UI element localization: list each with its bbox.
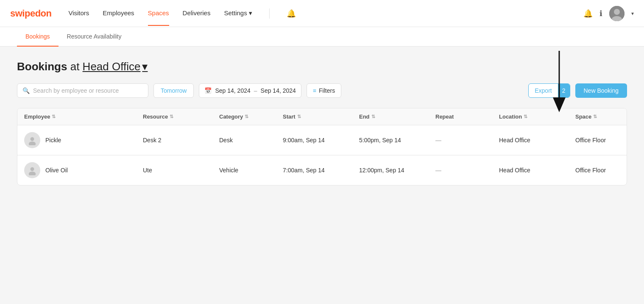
cell-end-2: 12:00pm, Sep 14 [352, 160, 429, 180]
cell-repeat-2: — [429, 160, 492, 180]
nav-link-visitors[interactable]: Visitors [68, 1, 89, 26]
search-icon: 🔍 [22, 87, 30, 94]
date-range-picker[interactable]: 📅 Sep 14, 2024 – Sep 14, 2024 [199, 83, 301, 98]
user-menu-chevron[interactable]: ▾ [631, 11, 634, 17]
cell-category-1: Desk [212, 130, 276, 150]
svg-point-9 [31, 167, 34, 171]
navbar: swipedon Visitors Employees Spaces Deliv… [0, 0, 644, 27]
filters-button[interactable]: ≡ Filters [307, 83, 341, 98]
table-row[interactable]: Pickle Desk 2 Desk 9:00am, Sep 14 5:00pm… [17, 125, 627, 155]
employee-cell: Pickle [24, 132, 129, 148]
arrow-annotation [534, 47, 568, 114]
avatar-image [609, 6, 624, 21]
cell-repeat-1: — [429, 130, 492, 150]
tomorrow-button[interactable]: Tomorrow [154, 84, 193, 97]
nav-links: Visitors Employees Spaces Deliveries Set… [68, 1, 583, 26]
col-header-employee[interactable]: Employee ⇅ [17, 108, 136, 125]
nav-link-settings[interactable]: Settings ▾ [224, 1, 252, 26]
cell-resource-2: Ute [136, 160, 212, 180]
col-header-repeat: Repeat [429, 108, 492, 125]
employee-cell: Olive Oil [24, 162, 129, 178]
table-row[interactable]: Olive Oil Ute Vehicle 7:00am, Sep 14 12:… [17, 155, 627, 185]
info-icon[interactable]: ℹ [599, 9, 602, 18]
tabs-bar: Bookings Resource Availability [0, 27, 644, 47]
nav-divider [269, 8, 270, 19]
sort-icon: ⇅ [524, 114, 527, 119]
col-header-resource[interactable]: Resource ⇅ [136, 108, 212, 125]
nav-right: 🔔 ℹ ▾ [583, 6, 634, 21]
avatar [24, 162, 40, 178]
bell-icon[interactable]: 🔔 [583, 9, 593, 18]
table-header: Employee ⇅ Resource ⇅ Category ⇅ Start ⇅… [17, 108, 627, 125]
bell-notification-icon[interactable]: 🔔 [287, 9, 296, 18]
cell-employee-1: Pickle [17, 125, 136, 155]
sort-icon: ⇅ [593, 114, 597, 119]
export-button[interactable]: Export 2 [528, 83, 570, 98]
cell-start-2: 7:00am, Sep 14 [276, 160, 352, 180]
date-shortcut-button[interactable]: Tomorrow [153, 83, 194, 98]
page-title: Bookings at Head Office ▾ [17, 60, 627, 73]
location-selector[interactable]: Head Office ▾ [83, 60, 148, 73]
search-input[interactable] [33, 87, 143, 94]
col-header-start[interactable]: Start ⇅ [276, 108, 352, 125]
export-count-badge: 2 [558, 84, 570, 97]
col-header-end[interactable]: End ⇅ [352, 108, 429, 125]
avatar [24, 132, 40, 148]
cell-category-2: Vehicle [212, 160, 276, 180]
cell-end-1: 5:00pm, Sep 14 [352, 130, 429, 150]
tab-bookings[interactable]: Bookings [17, 27, 59, 47]
nav-link-deliveries[interactable]: Deliveries [183, 1, 211, 26]
cell-location-2: Head Office [492, 160, 569, 180]
sort-icon: ⇅ [52, 114, 56, 119]
search-box: 🔍 [17, 83, 148, 98]
date-from: Sep 14, 2024 [215, 87, 250, 94]
col-header-space[interactable]: Space ⇅ [569, 108, 627, 125]
brand-logo[interactable]: swipedon [10, 8, 51, 19]
date-to: Sep 14, 2024 [261, 87, 296, 94]
filters-row: 🔍 Tomorrow 📅 Sep 14, 2024 – Sep 14, 2024… [17, 83, 627, 98]
sort-icon: ⇅ [170, 114, 173, 119]
cell-location-1: Head Office [492, 130, 569, 150]
date-dash: – [254, 87, 257, 94]
cell-start-1: 9:00am, Sep 14 [276, 130, 352, 150]
sort-icon: ⇅ [245, 114, 248, 119]
sort-icon: ⇅ [297, 114, 301, 119]
svg-point-6 [31, 137, 34, 141]
cell-employee-2: Olive Oil [17, 155, 136, 185]
cell-space-1: Office Floor [569, 130, 627, 150]
export-label: Export [529, 84, 558, 97]
bookings-table: Employee ⇅ Resource ⇅ Category ⇅ Start ⇅… [17, 108, 627, 185]
user-avatar[interactable] [609, 6, 624, 21]
nav-link-spaces[interactable]: Spaces [148, 1, 169, 26]
svg-point-1 [614, 9, 620, 15]
sort-icon: ⇅ [371, 114, 375, 119]
location-chevron-icon: ▾ [142, 60, 148, 73]
chevron-down-icon: ▾ [249, 9, 252, 17]
nav-link-employees[interactable]: Employees [103, 1, 134, 26]
cell-space-2: Office Floor [569, 160, 627, 180]
main-content: Bookings at Head Office ▾ 🔍 Tomorrow 📅 S… [0, 47, 644, 199]
tab-resource-availability[interactable]: Resource Availability [59, 27, 130, 47]
cell-resource-1: Desk 2 [136, 130, 212, 150]
new-booking-button[interactable]: New Booking [575, 83, 627, 98]
calendar-icon: 📅 [204, 87, 212, 94]
filters-icon: ≡ [313, 87, 316, 94]
col-header-category[interactable]: Category ⇅ [212, 108, 276, 125]
col-header-location[interactable]: Location ⇅ [492, 108, 569, 125]
